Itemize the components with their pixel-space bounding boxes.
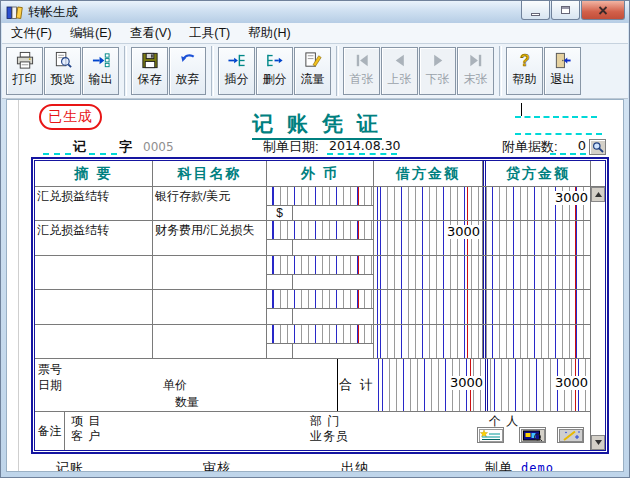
insert-split-button[interactable]: 插分 <box>218 47 255 95</box>
currency-cell[interactable] <box>267 325 374 358</box>
currency-cell[interactable] <box>267 290 374 323</box>
make-date-value[interactable]: 2014.08.30 <box>329 138 401 153</box>
account-cell[interactable] <box>153 290 267 323</box>
menu-tools[interactable]: 工具(T) <box>180 23 239 43</box>
signature-row: 记账 审核 出纳 制单 demo <box>7 459 623 472</box>
attachments-lookup-button[interactable] <box>589 139 606 155</box>
currency-digit-grid <box>267 221 373 239</box>
credit-cell[interactable] <box>486 325 590 358</box>
currency-symbol-cell[interactable] <box>267 275 293 289</box>
currency-cell[interactable] <box>267 256 374 289</box>
bill-no-label: 票号 <box>38 361 62 378</box>
summary-cell[interactable] <box>35 325 153 358</box>
account-cell[interactable]: 财务费用/汇兑损失 <box>153 221 267 254</box>
first-voucher-button[interactable]: 首张 <box>343 47 380 95</box>
titlebar[interactable]: 转帐生成 <box>1 1 629 23</box>
decimal-line <box>358 221 359 239</box>
print-button[interactable]: 打印 <box>6 47 43 95</box>
voucher-word-left: 记 <box>73 138 86 156</box>
currency-amount-cell[interactable] <box>293 344 373 358</box>
debit-cell[interactable] <box>374 187 483 220</box>
credit-cell[interactable] <box>486 290 590 323</box>
auditor-label: 审核 <box>203 459 231 472</box>
discard-button[interactable]: 放弃 <box>169 47 206 95</box>
minimize-button[interactable] <box>521 1 550 20</box>
account-cell[interactable]: 银行存款/美元 <box>153 187 267 220</box>
exit-button[interactable]: 退出 <box>544 47 581 95</box>
currency-symbol-cell[interactable] <box>267 240 293 254</box>
currency-amount-cell[interactable] <box>293 275 373 289</box>
currency-amount-cell[interactable] <box>293 309 373 323</box>
date-underline <box>327 153 397 155</box>
close-icon <box>598 6 608 15</box>
previous-icon <box>390 51 410 70</box>
last-voucher-button[interactable]: 末张 <box>457 47 494 95</box>
arrow-up-icon <box>595 192 602 197</box>
display-tool-button[interactable] <box>519 427 546 443</box>
voucher-number[interactable]: 0005 <box>143 140 174 154</box>
table-row <box>35 325 590 359</box>
currency-digit-grid <box>267 325 373 343</box>
delete-split-icon <box>265 51 285 70</box>
credit-cell[interactable] <box>486 221 590 254</box>
credit-cell[interactable]: 3000 <box>486 187 590 220</box>
table-grid: 汇兑损益结转 银行存款/美元 $ <box>35 187 590 450</box>
summary-cell[interactable] <box>35 290 153 323</box>
save-button[interactable]: 保存 <box>131 47 168 95</box>
close-button[interactable] <box>581 1 625 20</box>
currency-digit-grid <box>267 290 373 308</box>
account-cell[interactable] <box>153 325 267 358</box>
customer-label[interactable]: 客 户 <box>71 428 101 445</box>
display-icon <box>521 429 545 442</box>
debit-cell[interactable]: 3000 <box>374 221 483 254</box>
currency-symbol-cell[interactable] <box>267 344 293 358</box>
attachments-count[interactable]: 0 <box>572 138 586 153</box>
debit-cell[interactable] <box>374 256 483 289</box>
currency-amount-cell[interactable] <box>293 240 373 254</box>
export-button[interactable]: 输出 <box>82 47 119 95</box>
table-row: 汇兑损益结转 财务费用/汇兑损失 3000 <box>35 221 590 255</box>
flow-button[interactable]: 流量 <box>294 47 331 95</box>
voucher-panel: 已生成 记 账 凭 证 记 字 0005 制单日期: 2014.08.30 附单… <box>6 99 624 472</box>
toolbar: 打印 预览 输出 <box>2 44 628 99</box>
blank-field-line[interactable] <box>515 133 602 135</box>
currency-cell[interactable]: $ <box>267 187 374 220</box>
help-button[interactable]: ? 帮助 <box>506 47 543 95</box>
account-cell[interactable] <box>153 256 267 289</box>
magic-wand-icon <box>559 429 583 442</box>
salesman-label[interactable]: 业务员 <box>310 428 349 445</box>
menu-file[interactable]: 文件(F) <box>2 23 61 43</box>
summary-cell[interactable]: 汇兑损益结转 <box>35 187 153 220</box>
menu-edit[interactable]: 编辑(E) <box>61 23 121 43</box>
preview-button[interactable]: 预览 <box>44 47 81 95</box>
blank-field-line[interactable] <box>515 116 597 118</box>
voucher-scrollbar[interactable] <box>590 187 605 450</box>
remark-content[interactable]: 项 目 客 户 部 门 业务员 个 人 <box>65 412 590 450</box>
debit-cell[interactable] <box>374 290 483 323</box>
delete-split-button[interactable]: 删分 <box>256 47 293 95</box>
menu-help[interactable]: 帮助(H) <box>239 23 299 43</box>
credit-amount: 3000 <box>554 191 589 205</box>
voucher-word-underline <box>43 153 71 155</box>
preview-icon <box>53 51 73 70</box>
currency-symbol-cell[interactable]: $ <box>267 206 293 220</box>
scroll-up-button[interactable] <box>591 187 605 202</box>
scroll-down-button[interactable] <box>591 435 605 450</box>
window-title: 转帐生成 <box>28 4 78 21</box>
summary-cell[interactable]: 汇兑损益结转 <box>35 221 153 254</box>
menu-view[interactable]: 查看(V) <box>121 23 181 43</box>
summary-cell[interactable] <box>35 256 153 289</box>
maximize-button[interactable] <box>551 1 580 20</box>
currency-amount-cell[interactable] <box>293 206 373 220</box>
currency-cell[interactable] <box>267 221 374 254</box>
debit-cell[interactable] <box>374 325 483 358</box>
wand-tool-button[interactable] <box>557 427 584 443</box>
next-voucher-button[interactable]: 下张 <box>419 47 456 95</box>
maximize-icon <box>561 6 570 14</box>
voucher-word-right: 字 <box>119 138 132 156</box>
footer-left-cell[interactable]: 票号 日期 单价 数量 <box>35 359 338 411</box>
credit-cell[interactable] <box>486 256 590 289</box>
currency-symbol-cell[interactable] <box>267 309 293 323</box>
previous-voucher-button[interactable]: 上张 <box>381 47 418 95</box>
note-tool-button[interactable] <box>477 427 504 443</box>
